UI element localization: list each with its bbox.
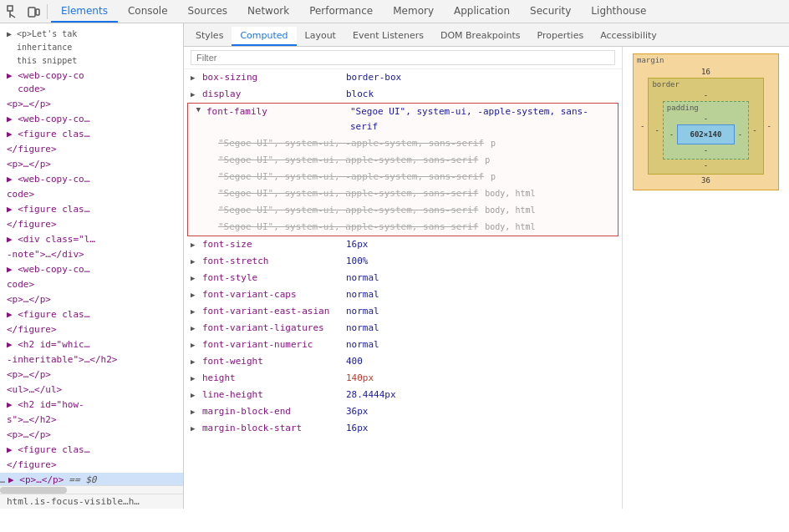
tab-dom-breakpoints[interactable]: DOM Breakpoints	[432, 27, 529, 46]
tab-elements[interactable]: Elements	[51, 0, 118, 23]
bm-padding-right[interactable]: -	[735, 130, 746, 139]
bm-margin-left[interactable]: -	[637, 122, 648, 130]
tab-performance[interactable]: Performance	[299, 0, 383, 23]
dom-tree: ▶ <p>Let's tak inheritance this snippet …	[0, 23, 183, 485]
tab-console[interactable]: Console	[118, 0, 178, 23]
dom-line[interactable]: -inheritable">…</h2>	[0, 352, 183, 367]
tab-styles[interactable]: Styles	[187, 27, 232, 46]
prop-source: p	[485, 153, 490, 168]
expand-triangle[interactable]: ▶	[191, 287, 199, 302]
font-family-subrow-5: "Segoe UI", system-ui, apple-system, san…	[188, 219, 618, 236]
dom-line[interactable]: ▶ <web-copy-co…	[0, 262, 183, 277]
inspect-icon[interactable]	[3, 2, 23, 22]
dom-line[interactable]: </figure>	[0, 458, 183, 473]
dom-line[interactable]: <p>…</p>	[0, 157, 183, 172]
bm-border-right[interactable]: -	[749, 126, 760, 134]
dom-line[interactable]: ▶ <figure clas…	[0, 127, 183, 142]
expand-triangle[interactable]: ▶	[191, 321, 199, 336]
bm-padding-bottom[interactable]: -	[666, 146, 746, 155]
expand-triangle[interactable]: ▶	[191, 388, 199, 403]
prop-row-font-family-expanded: ▶ font-family "Segoe UI", system-ui, -ap…	[187, 103, 618, 236]
dom-scroll-thumb[interactable]	[0, 487, 67, 494]
box-model: margin 16 - border - -	[633, 53, 779, 190]
prop-name: font-variant-numeric	[202, 337, 336, 352]
tab-accessibility[interactable]: Accessibility	[592, 27, 665, 46]
prop-value: "Segoe UI", system-ui, -apple-system, sa…	[218, 170, 484, 185]
dom-line[interactable]: ▶ <p>Let's tak inheritance this snippet	[0, 27, 183, 68]
expand-triangle[interactable]: ▶	[191, 304, 199, 319]
expand-triangle[interactable]: ▶	[191, 108, 206, 116]
dom-line[interactable]: </figure>	[0, 217, 183, 232]
expand-triangle[interactable]: ▶	[191, 70, 199, 85]
tab-lighthouse[interactable]: Lighthouse	[581, 0, 656, 23]
dom-line[interactable]: <p>…</p>	[0, 367, 183, 383]
bm-margin-bottom[interactable]: 36	[637, 176, 775, 185]
bm-border-top[interactable]: -	[651, 91, 760, 99]
bm-margin-middle: - border - - padding -	[637, 78, 775, 175]
dom-line[interactable]: <ul>…</ul>	[0, 383, 183, 398]
prop-row-height: ▶ height 140px	[184, 370, 622, 387]
font-family-subrow-2: "Segoe UI", system-ui, -apple-system, sa…	[188, 169, 618, 185]
prop-row-font-variant-numeric: ▶ font-variant-numeric normal	[184, 337, 622, 353]
device-toggle-icon[interactable]	[23, 2, 43, 22]
dom-line[interactable]: ▶ <h2 id="whic…	[0, 337, 183, 352]
dom-line[interactable]: </figure>	[0, 322, 183, 337]
expand-triangle[interactable]: ▶	[191, 354, 199, 369]
expand-triangle[interactable]: ▶	[191, 271, 199, 286]
dom-line-selected[interactable]: … ▶ <p>…</p> == $0	[0, 473, 183, 485]
dom-line[interactable]: ▶ <figure clas…	[0, 307, 183, 322]
tab-properties[interactable]: Properties	[529, 27, 593, 46]
dom-line[interactable]: ▶ <div class="l…	[0, 232, 183, 247]
bm-padding-left[interactable]: -	[666, 130, 677, 139]
svg-rect-0	[8, 6, 13, 11]
filter-input[interactable]	[191, 50, 615, 65]
dom-line[interactable]: code>	[0, 187, 183, 202]
dom-line[interactable]: ▶ <web-copy-co…	[0, 172, 183, 187]
top-tabs: Elements Console Sources Network Perform…	[51, 0, 786, 23]
dom-line[interactable]: ▶ <h2 id="how-	[0, 398, 183, 413]
prop-value: normal	[346, 304, 379, 319]
expand-triangle[interactable]: ▶	[191, 237, 199, 252]
bm-padding: padding - - 602×140 -	[663, 101, 749, 160]
tab-memory[interactable]: Memory	[383, 0, 444, 23]
tab-sources[interactable]: Sources	[178, 0, 237, 23]
bm-margin-right[interactable]: -	[764, 122, 775, 130]
prop-row-font-variant-east-asian: ▶ font-variant-east-asian normal	[184, 303, 622, 320]
dom-line[interactable]: code>	[0, 277, 183, 292]
prop-name: font-variant-caps	[202, 287, 336, 302]
dom-line[interactable]: </figure>	[0, 142, 183, 157]
expand-triangle[interactable]: ▶	[191, 254, 199, 269]
top-toolbar: Elements Console Sources Network Perform…	[0, 0, 789, 23]
expand-triangle[interactable]: ▶	[191, 337, 199, 352]
tab-event-listeners[interactable]: Event Listeners	[344, 27, 432, 46]
dom-line[interactable]: <p>…</p>	[0, 97, 183, 112]
bm-border-left[interactable]: -	[651, 126, 662, 134]
dom-line[interactable]: ▶ <web-copy-co…	[0, 112, 183, 127]
bm-margin-top[interactable]: 16	[637, 68, 775, 76]
dom-line[interactable]: ▶ <figure clas…	[0, 202, 183, 217]
dom-line[interactable]: <p>…</p>	[0, 292, 183, 307]
bm-content[interactable]: 602×140	[677, 124, 734, 144]
tab-computed[interactable]: Computed	[232, 27, 296, 46]
bm-padding-top[interactable]: -	[666, 114, 746, 123]
expand-triangle[interactable]: ▶	[191, 404, 199, 419]
expand-triangle[interactable]: ▶	[191, 371, 199, 386]
tab-layout[interactable]: Layout	[297, 27, 344, 46]
expand-triangle[interactable]: ▶	[191, 87, 199, 102]
dom-horizontal-scrollbar[interactable]	[0, 485, 183, 494]
prop-row-margin-block-start: ▶ margin-block-start 16px	[184, 420, 622, 437]
dom-line[interactable]: s">…</h2>	[0, 413, 183, 428]
tab-security[interactable]: Security	[520, 0, 581, 23]
expand-triangle[interactable]: ▶	[191, 421, 199, 436]
dom-line[interactable]: ▶ <web-copy-co code>	[0, 68, 183, 97]
dom-line[interactable]: <p>…</p>	[0, 428, 183, 443]
dom-panel: ▶ <p>Let's tak inheritance this snippet …	[0, 23, 184, 509]
bm-border-middle: - padding - -	[651, 101, 760, 160]
tab-network[interactable]: Network	[237, 0, 299, 23]
tab-application[interactable]: Application	[444, 0, 520, 23]
prop-source: body, html	[485, 203, 535, 218]
prop-source: p	[491, 136, 496, 151]
dom-line[interactable]: -note">…</div>	[0, 247, 183, 262]
dom-line[interactable]: ▶ <figure clas…	[0, 443, 183, 458]
bm-border-bottom[interactable]: -	[651, 161, 760, 170]
